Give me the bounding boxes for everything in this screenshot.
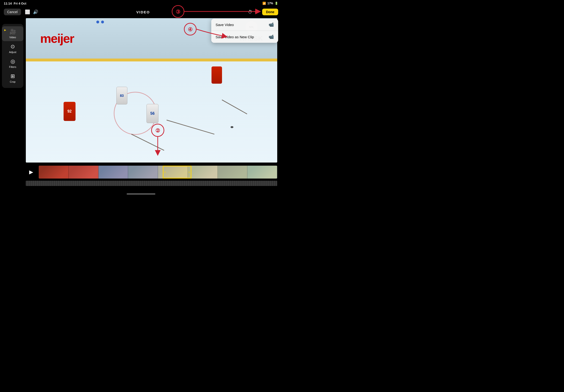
svg-line-2 bbox=[222, 100, 247, 114]
sidebar-label-adjust: Adjust bbox=[9, 51, 16, 54]
player-92: 92 bbox=[64, 102, 76, 121]
film-frame-3 bbox=[98, 166, 128, 179]
clip-selection[interactable]: ‹ › bbox=[163, 166, 192, 179]
adjust-icon: ⊙ bbox=[11, 43, 15, 50]
crop-icon: ⊞ bbox=[11, 73, 15, 79]
top-bar-right: ⏱ ••• Done bbox=[248, 9, 278, 15]
timeline-row: ▶ ‹ › bbox=[26, 165, 277, 179]
dropdown-menu: Save Video 📹 Save Video as New Clip 📹 bbox=[211, 19, 278, 43]
timeline-strip[interactable]: ‹ › bbox=[39, 166, 277, 179]
right-bracket: › bbox=[188, 170, 190, 174]
timer-icon[interactable]: ⏱ bbox=[248, 10, 252, 14]
film-frame-1 bbox=[39, 166, 69, 179]
status-bar: 11:14 Fri 4 Oct 📶 17% 🔋 bbox=[0, 0, 282, 7]
filters-icon: ◎ bbox=[11, 58, 15, 65]
sidebar-label-filters: Filters bbox=[9, 66, 16, 68]
home-indicator bbox=[127, 193, 155, 195]
sidebar-label-video: Video bbox=[9, 36, 16, 39]
film-frame-8 bbox=[247, 166, 277, 179]
save-video-item[interactable]: Save Video 📹 bbox=[211, 19, 278, 31]
rink-dots bbox=[96, 21, 104, 23]
more-icon[interactable]: ••• bbox=[255, 10, 259, 14]
sound-icon[interactable]: 🔊 bbox=[33, 9, 38, 14]
sidebar-item-adjust[interactable]: ⊙ Adjust bbox=[2, 41, 23, 56]
layout-icon[interactable]: ⬜ bbox=[25, 9, 30, 14]
wifi-icon: 📶 bbox=[262, 2, 266, 5]
film-frame-2 bbox=[69, 166, 98, 179]
player-83: 83 bbox=[116, 87, 127, 104]
scrubber-bar[interactable] bbox=[26, 181, 277, 186]
svg-line-0 bbox=[131, 134, 164, 151]
save-video-as-new-clip-label: Save Video as New Clip bbox=[216, 35, 254, 39]
player-red-top bbox=[211, 67, 222, 84]
video-icon: 🎥 bbox=[10, 29, 16, 35]
player-56: 56 bbox=[147, 104, 158, 123]
sidebar: ▶ 🎥 Video ⊙ Adjust ◎ Filters ⊞ Crop bbox=[2, 24, 23, 88]
done-button[interactable]: Done bbox=[262, 9, 278, 15]
status-right: 📶 17% 🔋 bbox=[262, 2, 278, 5]
film-frame-4 bbox=[128, 166, 158, 179]
sidebar-item-filters[interactable]: ◎ Filters bbox=[2, 56, 23, 71]
battery-icon: 🔋 bbox=[275, 2, 278, 5]
play-button[interactable]: ▶ bbox=[26, 167, 36, 177]
top-bar: Cancel ⬜ 🔊 VIDEO ⏱ ••• Done bbox=[0, 7, 282, 17]
svg-point-3 bbox=[231, 126, 234, 128]
left-bracket: ‹ bbox=[165, 170, 166, 174]
svg-line-1 bbox=[166, 120, 214, 134]
time-display: 11:14 bbox=[4, 2, 12, 5]
save-video-label: Save Video bbox=[216, 23, 234, 27]
page-title: VIDEO bbox=[137, 10, 150, 14]
status-left: 11:14 Fri 4 Oct bbox=[4, 2, 26, 5]
date-display: Fri 4 Oct bbox=[14, 2, 26, 5]
film-frames bbox=[39, 166, 277, 179]
players-area: 92 83 56 bbox=[26, 61, 277, 163]
save-video-as-new-clip-item[interactable]: Save Video as New Clip 📹 bbox=[211, 31, 278, 43]
film-frame-7 bbox=[218, 166, 248, 179]
top-bar-right-icons: ⏱ ••• bbox=[248, 10, 259, 14]
top-bar-icons: ⬜ 🔊 bbox=[25, 9, 38, 14]
save-video-icon: 📹 bbox=[269, 22, 274, 27]
battery-display: 17% bbox=[267, 2, 273, 5]
scrubber-ticks bbox=[26, 181, 277, 186]
film-frame-6 bbox=[188, 166, 218, 179]
timeline-area: ▶ ‹ › bbox=[26, 165, 277, 191]
save-as-clip-icon: 📹 bbox=[269, 34, 274, 40]
cancel-button[interactable]: Cancel bbox=[4, 9, 21, 15]
meijer-text: meijer bbox=[40, 31, 74, 46]
top-bar-left: Cancel ⬜ 🔊 bbox=[4, 9, 38, 15]
sidebar-item-crop[interactable]: ⊞ Crop bbox=[2, 71, 23, 85]
active-indicator: ▶ bbox=[4, 29, 6, 31]
sidebar-item-video[interactable]: ▶ 🎥 Video bbox=[2, 26, 23, 41]
sidebar-label-crop: Crop bbox=[10, 80, 15, 83]
